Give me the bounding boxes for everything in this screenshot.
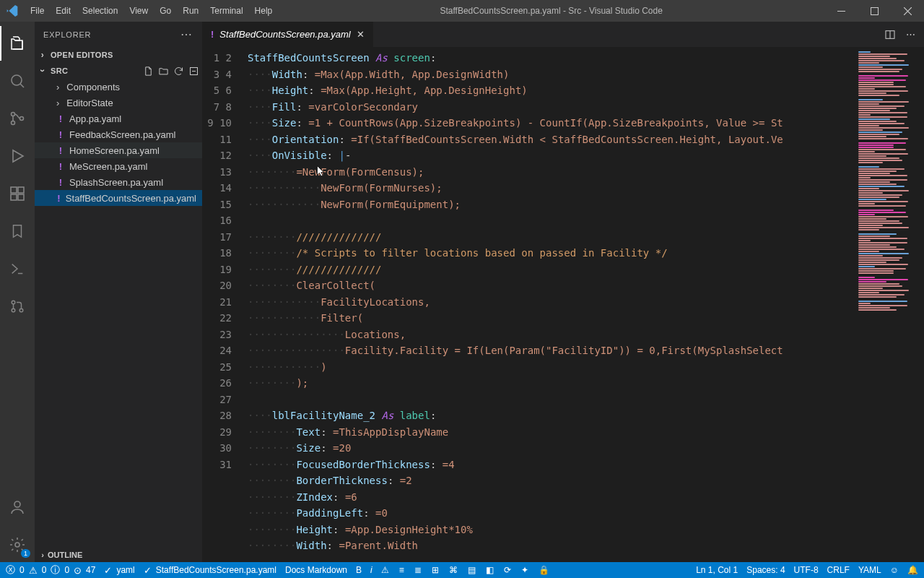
sync-icon[interactable]: ⟳ xyxy=(504,565,511,575)
menu-file[interactable]: File xyxy=(25,0,50,22)
tree-file-splash[interactable]: !SplashScreen.pa.yaml xyxy=(35,174,202,190)
yaml-icon: ! xyxy=(211,29,214,40)
svg-rect-0 xyxy=(837,11,845,12)
svg-point-11 xyxy=(12,309,15,312)
status-yaml-server[interactable]: ✓yaml xyxy=(104,565,134,576)
link-icon[interactable]: ⌘ xyxy=(449,565,458,575)
activity-account-icon[interactable] xyxy=(0,490,35,525)
menu-view[interactable]: View xyxy=(123,0,154,22)
preview-icon[interactable]: ◧ xyxy=(486,565,494,575)
status-icons[interactable]: ⚠ ≡ ≣ ⊞ ⌘ ▤ ◧ ⟳ ✦ 🔒 xyxy=(381,565,549,575)
tab-close-icon[interactable]: ✕ xyxy=(357,29,365,40)
activity-scm-icon[interactable] xyxy=(0,101,35,136)
menu-bar: File Edit Selection View Go Run Terminal… xyxy=(25,0,278,22)
explorer-title: EXPLORER xyxy=(43,30,91,39)
svg-point-14 xyxy=(15,543,19,547)
status-docs-markdown[interactable]: Docs Markdown xyxy=(285,565,347,575)
ol-list-icon[interactable]: ≣ xyxy=(414,565,422,575)
outline-header[interactable]: › OUTLINE xyxy=(35,546,202,562)
chevron-right-icon: › xyxy=(38,50,48,60)
info-icon: ⓘ xyxy=(51,564,60,577)
tree-file-app[interactable]: !App.pa.yaml xyxy=(35,111,202,126)
menu-run[interactable]: Run xyxy=(177,0,204,22)
image-icon[interactable]: ▤ xyxy=(468,565,476,575)
activity-extensions-icon[interactable] xyxy=(0,176,35,211)
status-feedback-icon[interactable]: ☺ xyxy=(890,565,899,575)
sidebar-explorer: EXPLORER ⋯ › OPEN EDITORS › SRC Componen… xyxy=(35,22,202,562)
line-gutter: 1 2 3 4 5 6 7 8 9 10 11 12 13 14 15 16 1… xyxy=(202,47,242,562)
status-italic[interactable]: i xyxy=(370,565,372,575)
list-icon[interactable]: ≡ xyxy=(399,565,404,575)
activity-explorer-icon[interactable] xyxy=(0,26,35,61)
activity-bar: 1 xyxy=(0,22,35,562)
activity-powershell-icon[interactable] xyxy=(0,251,35,286)
minimap[interactable] xyxy=(855,47,924,562)
tree-file-home[interactable]: !HomeScreen.pa.yaml xyxy=(35,142,202,158)
tab-staffbedcounts[interactable]: ! StaffBedCountsScreen.pa.yaml ✕ xyxy=(202,22,374,47)
svg-point-2 xyxy=(12,75,22,85)
alert-icon[interactable]: ⚠ xyxy=(381,565,389,575)
svg-point-13 xyxy=(14,501,20,507)
status-language[interactable]: YAML xyxy=(858,565,881,575)
menu-terminal[interactable]: Terminal xyxy=(204,0,248,22)
menu-selection[interactable]: Selection xyxy=(77,0,123,22)
status-bell-icon[interactable]: 🔔 xyxy=(907,565,918,575)
yaml-icon: ! xyxy=(56,145,65,156)
status-eol[interactable]: CRLF xyxy=(827,565,850,575)
svg-point-10 xyxy=(12,301,15,304)
status-file-check[interactable]: ✓StaffBedCountsScreen.pa.yaml xyxy=(144,565,276,576)
settings-badge: 1 xyxy=(21,549,30,558)
collapse-icon[interactable] xyxy=(188,66,199,77)
menu-edit[interactable]: Edit xyxy=(50,0,77,22)
yaml-icon: ! xyxy=(56,193,61,204)
status-problems[interactable]: ⓧ0 ⚠0 ⓘ0 ⊙47 xyxy=(6,564,95,577)
references-icon: ⊙ xyxy=(74,565,82,576)
code-editor[interactable]: StaffBedCountsScreen As screen: ····Widt… xyxy=(242,47,855,562)
folder-header[interactable]: › SRC xyxy=(35,63,202,79)
check-icon: ✓ xyxy=(104,565,112,576)
refresh-icon[interactable] xyxy=(173,66,184,77)
status-spaces[interactable]: Spaces: 4 xyxy=(746,565,785,575)
new-file-icon[interactable] xyxy=(143,66,154,77)
svg-rect-8 xyxy=(18,194,24,200)
maximize-button[interactable] xyxy=(858,0,891,22)
vscode-logo-icon xyxy=(0,5,25,17)
status-bold[interactable]: B xyxy=(356,565,362,575)
tree-folder-components[interactable]: Components xyxy=(35,79,202,95)
svg-rect-9 xyxy=(18,187,24,193)
file-tree: Components EditorState !App.pa.yaml !Fee… xyxy=(35,79,202,546)
tree-file-staffbedcounts[interactable]: !StaffBedCountsScreen.pa.yaml xyxy=(35,190,202,206)
open-editors-label: OPEN EDITORS xyxy=(51,51,113,59)
tree-file-feedback[interactable]: !FeedbackScreen.pa.yaml xyxy=(35,126,202,142)
tab-label: StaffBedCountsScreen.pa.yaml xyxy=(219,29,350,40)
close-button[interactable] xyxy=(891,0,924,22)
activity-bookmark-icon[interactable] xyxy=(0,214,35,249)
menu-go[interactable]: Go xyxy=(154,0,177,22)
minimize-button[interactable] xyxy=(824,0,858,22)
yaml-icon: ! xyxy=(56,129,65,140)
split-editor-icon[interactable] xyxy=(884,29,896,40)
activity-settings-icon[interactable]: 1 xyxy=(0,527,35,562)
editor-more-icon[interactable]: ⋯ xyxy=(906,29,917,40)
add-icon[interactable]: ⊞ xyxy=(432,565,439,575)
activity-debug-icon[interactable] xyxy=(0,139,35,173)
tree-folder-editorstate[interactable]: EditorState xyxy=(35,95,202,111)
tree-file-me[interactable]: !MeScreen.pa.yaml xyxy=(35,158,202,174)
status-encoding[interactable]: UTF-8 xyxy=(794,565,819,575)
menu-help[interactable]: Help xyxy=(249,0,279,22)
new-folder-icon[interactable] xyxy=(158,66,169,77)
status-ln-col[interactable]: Ln 1, Col 1 xyxy=(696,565,738,575)
activity-pullrequest-icon[interactable] xyxy=(0,289,35,324)
activity-search-icon[interactable] xyxy=(0,64,35,98)
open-editors-header[interactable]: › OPEN EDITORS xyxy=(35,47,202,63)
svg-rect-1 xyxy=(871,7,878,14)
cleanup-icon[interactable]: ✦ xyxy=(521,565,528,575)
lock-icon[interactable]: 🔒 xyxy=(539,565,549,575)
chevron-down-icon: › xyxy=(38,66,48,76)
svg-rect-6 xyxy=(11,187,17,193)
svg-point-4 xyxy=(12,121,15,125)
explorer-more-icon[interactable]: ⋯ xyxy=(180,27,193,41)
outline-label: OUTLINE xyxy=(48,551,82,559)
yaml-icon: ! xyxy=(56,177,65,188)
yaml-icon: ! xyxy=(56,161,65,172)
